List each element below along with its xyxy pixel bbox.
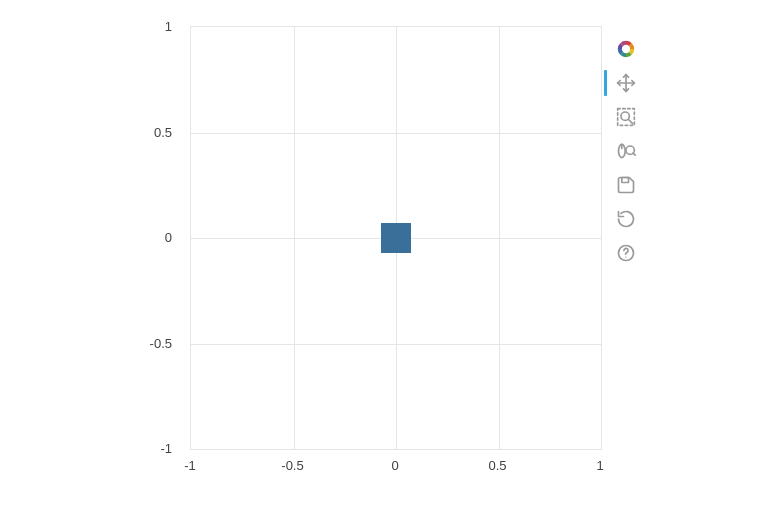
x-tick-label: 0.5 (488, 458, 506, 473)
x-tick-label: 0 (391, 458, 398, 473)
y-tick-label: 0 (132, 230, 172, 245)
data-marker (381, 223, 411, 253)
reset-icon (616, 209, 636, 229)
svg-point-12 (625, 257, 626, 258)
svg-rect-10 (622, 178, 629, 183)
y-tick-label: -1 (132, 441, 172, 456)
plot-toolbar (612, 32, 640, 270)
x-tick-label: -1 (184, 458, 196, 473)
y-tick-label: 0.5 (132, 124, 172, 139)
x-tick-label: -0.5 (281, 458, 303, 473)
svg-point-0 (622, 45, 630, 53)
gridline-horizontal (191, 344, 601, 345)
box-zoom-icon (616, 107, 636, 127)
figure-stage: -1-0.500.51-1-0.500.51 (0, 0, 768, 512)
svg-line-9 (633, 153, 635, 155)
svg-line-5 (629, 120, 633, 124)
pan-tool[interactable] (612, 69, 640, 97)
wheel-zoom-tool[interactable] (612, 137, 640, 165)
help-icon (616, 243, 636, 263)
y-tick-label: 1 (132, 19, 172, 34)
save-icon (616, 175, 636, 195)
bokeh-logo[interactable] (612, 35, 640, 63)
plot-area[interactable] (190, 26, 602, 450)
help-tool[interactable] (612, 239, 640, 267)
wheel-zoom-icon (616, 141, 636, 161)
y-tick-label: -0.5 (132, 335, 172, 350)
save-tool[interactable] (612, 171, 640, 199)
gridline-horizontal (191, 133, 601, 134)
x-tick-label: 1 (596, 458, 603, 473)
move-icon (616, 73, 636, 93)
box-zoom-tool[interactable] (612, 103, 640, 131)
reset-tool[interactable] (612, 205, 640, 233)
